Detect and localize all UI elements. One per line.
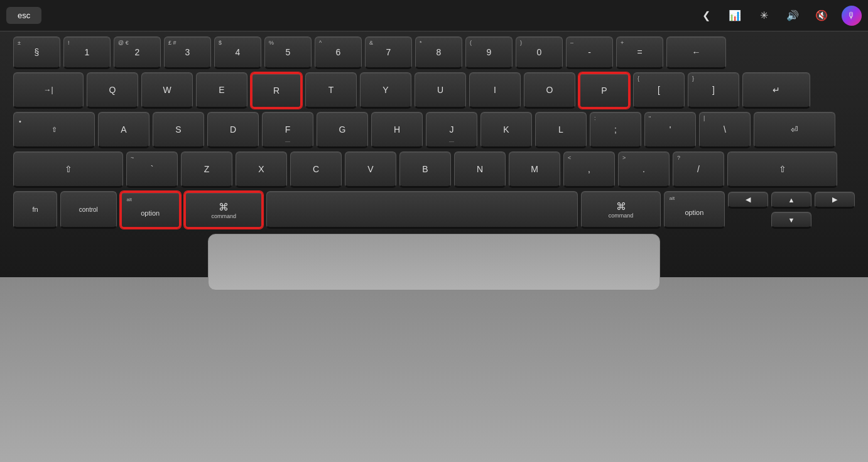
arrow-down-key[interactable]: ▼ bbox=[771, 212, 811, 229]
qwerty-row: →| Q W E R T Y U I O P { [ } ] ↵ bbox=[13, 72, 855, 109]
key-f[interactable]: F — bbox=[262, 112, 313, 148]
siri-icon[interactable]: 🎙 bbox=[842, 6, 862, 26]
key-a[interactable]: A bbox=[98, 112, 149, 148]
key-y[interactable]: Y bbox=[360, 72, 411, 109]
key-x[interactable]: X bbox=[236, 151, 287, 188]
key-period[interactable]: > . bbox=[618, 151, 670, 188]
key-o[interactable]: O bbox=[524, 72, 575, 109]
key-d[interactable]: D bbox=[207, 112, 259, 148]
shift-left-key[interactable]: ⇧ bbox=[13, 151, 123, 188]
control-key[interactable]: control bbox=[60, 191, 116, 229]
key-w[interactable]: W bbox=[141, 72, 193, 109]
arrow-left-key[interactable]: ◀ bbox=[728, 192, 768, 209]
key-c[interactable]: C bbox=[290, 151, 342, 188]
key-3[interactable]: £ # 3 bbox=[164, 36, 211, 69]
key-2[interactable]: @ € 2 bbox=[114, 36, 161, 69]
arrow-key-cluster: ◀ ▲ ▼ ▶ bbox=[728, 192, 855, 229]
delete-key[interactable]: ← bbox=[666, 36, 726, 69]
key-t[interactable]: T bbox=[305, 72, 357, 109]
touch-bar-icons: ❮ 📊 ✳ 🔊 🔇 🎙 bbox=[697, 6, 862, 26]
return-key-top[interactable]: ↵ bbox=[742, 72, 810, 109]
key-j[interactable]: J — bbox=[426, 112, 477, 148]
arrow-up-down: ▲ ▼ bbox=[771, 192, 811, 229]
zxcv-row: ⇧ ~ ` Z X C V B N M < , > . ? / bbox=[13, 151, 855, 188]
key-bracket-left[interactable]: { [ bbox=[633, 72, 685, 109]
key-g[interactable]: G bbox=[317, 112, 368, 148]
option-right-key[interactable]: alt option bbox=[664, 191, 725, 229]
caps-lock-key[interactable]: • ⇧ bbox=[13, 112, 95, 148]
key-b[interactable]: B bbox=[399, 151, 451, 188]
key-k[interactable]: K bbox=[480, 112, 532, 148]
key-section[interactable]: ± § bbox=[13, 36, 60, 69]
mute-icon[interactable]: 🔇 bbox=[813, 7, 830, 25]
return-key[interactable]: ⏎ bbox=[754, 112, 835, 148]
key-slash[interactable]: ? / bbox=[673, 151, 724, 188]
key-9[interactable]: ( 9 bbox=[465, 36, 513, 69]
key-4[interactable]: $ 4 bbox=[214, 36, 261, 69]
option-left-key[interactable]: alt option bbox=[120, 191, 181, 229]
key-6[interactable]: ^ 6 bbox=[315, 36, 362, 69]
keyboard-background: esc ❮ 📊 ✳ 🔊 🔇 🎙 ± § ! 1 @ € 2 bbox=[0, 0, 868, 462]
key-tilde[interactable]: ~ ` bbox=[126, 151, 178, 188]
waveform-icon[interactable]: 📊 bbox=[726, 7, 744, 25]
key-0[interactable]: ) 0 bbox=[516, 36, 563, 69]
chevron-icon[interactable]: ❮ bbox=[697, 7, 715, 25]
command-left-key[interactable]: ⌘ command bbox=[184, 191, 264, 229]
arrow-up-key[interactable]: ▲ bbox=[771, 192, 811, 209]
key-i[interactable]: I bbox=[469, 72, 521, 109]
trackpad-area bbox=[13, 234, 855, 290]
key-backslash[interactable]: | \ bbox=[699, 112, 751, 148]
key-minus[interactable]: – - bbox=[566, 36, 613, 69]
key-e[interactable]: E bbox=[196, 72, 247, 109]
number-row: ± § ! 1 @ € 2 £ # 3 $ 4 % 5 bbox=[13, 36, 855, 69]
key-quote[interactable]: " ' bbox=[644, 112, 696, 148]
key-h[interactable]: H bbox=[371, 112, 423, 148]
arrow-top-row: ◀ ▲ ▼ ▶ bbox=[728, 192, 855, 229]
key-p[interactable]: P bbox=[578, 72, 630, 109]
fn-key[interactable]: fn bbox=[13, 191, 57, 229]
key-1[interactable]: ! 1 bbox=[63, 36, 111, 69]
keyboard-area: ± § ! 1 @ € 2 £ # 3 $ 4 % 5 bbox=[13, 36, 855, 229]
key-m[interactable]: M bbox=[509, 151, 560, 188]
volume-icon[interactable]: 🔊 bbox=[784, 7, 801, 25]
touch-bar: esc ❮ 📊 ✳ 🔊 🔇 🎙 bbox=[0, 0, 868, 31]
key-7[interactable]: & 7 bbox=[365, 36, 412, 69]
key-8[interactable]: * 8 bbox=[415, 36, 462, 69]
modifier-row: fn control alt option ⌘ command ⌘ comman… bbox=[13, 191, 855, 229]
key-z[interactable]: Z bbox=[181, 151, 232, 188]
command-right-key[interactable]: ⌘ command bbox=[581, 191, 660, 229]
key-semicolon[interactable]: : ; bbox=[590, 112, 641, 148]
key-l[interactable]: L bbox=[535, 112, 587, 148]
key-bracket-right[interactable]: } ] bbox=[688, 72, 739, 109]
key-v[interactable]: V bbox=[345, 151, 396, 188]
tab-key[interactable]: →| bbox=[13, 72, 84, 109]
shift-right-key[interactable]: ⇧ bbox=[727, 151, 837, 188]
key-equals[interactable]: + = bbox=[616, 36, 663, 69]
brightness-icon[interactable]: ✳ bbox=[755, 7, 773, 25]
space-key[interactable] bbox=[266, 191, 578, 229]
key-n[interactable]: N bbox=[454, 151, 506, 188]
esc-key[interactable]: esc bbox=[6, 7, 41, 24]
arrow-right-key[interactable]: ▶ bbox=[815, 192, 855, 209]
key-comma[interactable]: < , bbox=[563, 151, 615, 188]
key-5[interactable]: % 5 bbox=[264, 36, 312, 69]
key-s[interactable]: S bbox=[153, 112, 204, 148]
key-q[interactable]: Q bbox=[87, 72, 138, 109]
key-r[interactable]: R bbox=[251, 72, 302, 109]
trackpad[interactable] bbox=[208, 234, 660, 290]
key-u[interactable]: U bbox=[415, 72, 466, 109]
asdf-row: • ⇧ A S D F — G H J — K L : ; " bbox=[13, 112, 855, 148]
